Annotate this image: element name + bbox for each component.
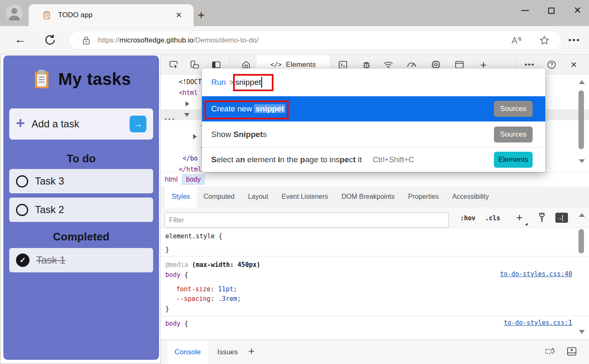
clipboard-icon xyxy=(32,69,52,89)
back-button[interactable]: ← xyxy=(14,33,26,46)
url-text: https://microsoftedge.github.io/Demos/de… xyxy=(98,36,259,45)
tab-event-listeners[interactable]: Event Listeners xyxy=(275,186,334,207)
todo-app-panel: My tasks + Add a task → To do Task 3 Tas… xyxy=(3,55,159,360)
lock-icon[interactable] xyxy=(82,36,90,45)
favorites-star-icon[interactable] xyxy=(539,35,550,46)
code-icon: </> xyxy=(271,61,282,69)
task-row[interactable]: Task 3 xyxy=(9,169,153,193)
styles-pane[interactable]: element.style { } @media (max-width: 450… xyxy=(161,228,589,340)
collapse-arrow-icon[interactable] xyxy=(184,113,189,117)
expand-quick-view-icon[interactable] xyxy=(566,346,577,357)
drawer-more-tabs-icon[interactable]: + xyxy=(248,345,255,358)
command-palette: Run > snippet Create new snippet Sources… xyxy=(202,69,545,172)
styles-filter-input[interactable] xyxy=(164,212,449,228)
tab-computed[interactable]: Computed xyxy=(197,186,241,207)
tab-accessibility[interactable]: Accessibility xyxy=(446,186,496,207)
tab-console[interactable]: Console xyxy=(167,340,208,364)
media-at-rule[interactable]: @media xyxy=(165,261,188,269)
badge-elements: Elements xyxy=(494,152,533,168)
device-emulation-icon[interactable] xyxy=(189,59,200,70)
class-toggle[interactable]: .cls xyxy=(485,214,500,222)
pseudo-state-toggle[interactable]: :hov xyxy=(460,214,475,222)
keyboard-shortcut: Ctrl+Shift+C xyxy=(373,156,414,164)
styles-filter-bar: :hov .cls + →▏ xyxy=(161,207,589,228)
rule-selector-body[interactable]: body xyxy=(165,320,180,327)
browser-window: TODO app ✕ + ✕ ← https://microsoftedge.g… xyxy=(0,0,589,364)
window-minimize-button[interactable] xyxy=(521,10,529,11)
title-bar: TODO app ✕ + ✕ xyxy=(0,0,589,26)
dom-node-doctype[interactable]: <!DOCT xyxy=(179,78,202,86)
add-task-placeholder[interactable]: Add a task xyxy=(32,118,79,130)
dom-scrollbar[interactable] xyxy=(577,74,586,172)
result-show-snippets[interactable]: Show Snippets Sources xyxy=(202,121,545,147)
text-cursor xyxy=(261,77,262,88)
tab-layout[interactable]: Layout xyxy=(241,186,275,207)
profile-avatar[interactable] xyxy=(6,5,23,21)
breadcrumb-body[interactable]: body xyxy=(182,174,205,185)
command-mode-label: Run xyxy=(211,78,226,87)
devtools-close-icon[interactable]: ✕ xyxy=(568,59,579,70)
task-checkbox-icon[interactable] xyxy=(16,175,28,187)
new-rule-caret-icon xyxy=(525,223,528,225)
stylesheet-link[interactable]: to-do-styles.css:40 xyxy=(500,270,572,278)
tab-title: TODO app xyxy=(58,11,93,19)
tab-styles[interactable]: Styles xyxy=(165,186,197,207)
expand-arrow-icon[interactable] xyxy=(186,101,189,106)
command-query-text: snippet xyxy=(235,78,261,87)
todo-favicon-icon xyxy=(42,11,51,20)
sidebar-pane-tabs: Styles Computed Layout Event Listeners D… xyxy=(161,186,589,207)
dom-node-html-close[interactable]: </html xyxy=(179,166,202,172)
browser-tab[interactable]: TODO app ✕ xyxy=(29,4,194,26)
badge-sources: Sources xyxy=(494,101,533,117)
window-maximize-button[interactable] xyxy=(548,8,555,14)
read-aloud-icon[interactable] xyxy=(510,35,522,46)
computed-sidebar-toggle-icon[interactable]: →▏ xyxy=(555,213,568,223)
styles-scrollbar[interactable] xyxy=(577,228,586,340)
browser-menu-icon[interactable]: ••• xyxy=(568,35,581,45)
breadcrumb: html body xyxy=(161,172,589,186)
refresh-button[interactable] xyxy=(44,34,56,46)
todo-section-heading: To do xyxy=(3,152,159,165)
add-task-field[interactable]: + Add a task → xyxy=(9,108,153,140)
dom-node-body-close[interactable]: </bo xyxy=(183,155,198,162)
expand-arrow-icon[interactable] xyxy=(193,134,197,139)
task-checkbox-icon[interactable] xyxy=(16,204,28,216)
badge-sources: Sources xyxy=(494,127,533,142)
tab-close-icon[interactable]: ✕ xyxy=(173,10,184,21)
window-close-button[interactable]: ✕ xyxy=(574,6,581,15)
help-icon[interactable] xyxy=(546,59,557,70)
dom-node-html[interactable]: <html xyxy=(179,89,198,97)
tab-issues[interactable]: Issues xyxy=(213,340,242,364)
tab-properties[interactable]: Properties xyxy=(401,186,446,207)
task-checked-icon[interactable]: ✓ xyxy=(16,253,29,267)
styles-scrollbar-up-icon[interactable] xyxy=(579,213,585,217)
inspect-element-icon[interactable] xyxy=(168,59,179,70)
console-drawer: Console Issues + xyxy=(161,340,589,364)
command-input[interactable]: Run > snippet xyxy=(202,69,545,96)
element-style-selector[interactable]: element.style xyxy=(165,232,215,240)
add-task-submit-button[interactable]: → xyxy=(130,116,146,132)
breadcrumb-html[interactable]: html xyxy=(161,174,182,185)
rule-selector-body[interactable]: body xyxy=(165,271,180,279)
task-row-completed[interactable]: ✓ Task 1 xyxy=(9,248,153,272)
app-title: My tasks xyxy=(58,70,131,89)
plus-icon: + xyxy=(16,116,25,131)
completed-section-heading: Completed xyxy=(3,230,159,243)
result-create-new-snippet[interactable]: Create new snippet Sources xyxy=(202,96,545,121)
new-style-rule-button[interactable]: + xyxy=(516,211,523,224)
stylesheet-link[interactable]: to-do-styles.css:1 xyxy=(504,319,572,327)
task-row[interactable]: Task 2 xyxy=(9,198,153,222)
navigation-toolbar: ← https://microsoftedge.github.io/Demos/… xyxy=(0,26,589,55)
result-select-element[interactable]: Select an element in the page to inspect… xyxy=(202,148,545,172)
new-tab-button[interactable]: + xyxy=(198,9,204,21)
tab-dom-breakpoints[interactable]: DOM Breakpoints xyxy=(335,186,401,207)
restore-drawer-icon[interactable] xyxy=(544,346,555,357)
address-bar[interactable]: https://microsoftedge.github.io/Demos/de… xyxy=(69,31,562,50)
paintbrush-icon[interactable] xyxy=(536,212,547,224)
